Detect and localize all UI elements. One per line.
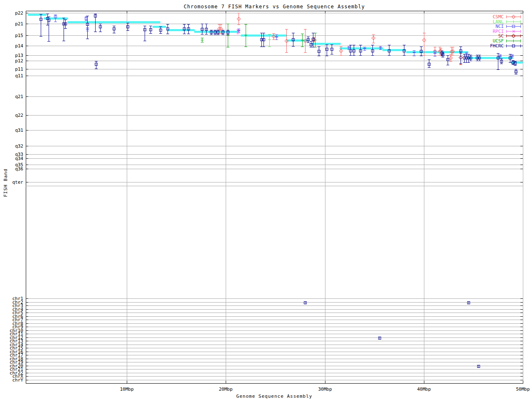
gridline-h [26, 96, 523, 97]
legend-label-fhcrc: FHCRC [470, 44, 504, 48]
gridline-h [26, 366, 523, 366]
y-tick-label: p13 [3, 53, 23, 58]
y-tick-left [26, 380, 28, 380]
error-cap [371, 45, 374, 45]
legend-label-sc: SC [470, 34, 504, 38]
legend-label-nci: NCI [470, 24, 504, 29]
y-tick-right [520, 305, 523, 306]
fhcrc-marker [95, 63, 98, 66]
y-tick-left [26, 146, 28, 146]
y-tick-left [26, 61, 28, 61]
legend-sample-cap [520, 44, 521, 47]
x-tick-bottom [127, 381, 127, 383]
y-tick-left [26, 182, 28, 182]
x-tick-label: 10Mbp [114, 387, 139, 392]
error-cap [227, 34, 229, 35]
ucsf-marker [302, 39, 303, 42]
gridline-h [26, 323, 523, 324]
error-cap [219, 34, 222, 34]
error-cap [275, 34, 278, 35]
error-cap [201, 42, 204, 42]
y-tick-right [520, 115, 523, 116]
x-tick-top [325, 11, 325, 13]
error-cap [210, 30, 213, 30]
y-tick-right [520, 96, 523, 97]
error-cap [352, 45, 355, 45]
fhcrc-marker [477, 365, 480, 368]
error-cap [227, 24, 229, 24]
gridline-h [26, 165, 523, 165]
fhcrc-marker [403, 49, 406, 52]
y-tick-left [26, 337, 28, 338]
error-cap [512, 60, 515, 61]
error-cap [201, 38, 204, 38]
gridline-h [26, 341, 523, 341]
plot-area-border [26, 11, 523, 384]
error-cap [237, 29, 240, 29]
error-cap [268, 47, 271, 47]
y-tick-right [520, 337, 523, 338]
y-tick-label: p14 [3, 44, 23, 48]
y-tick-right [520, 373, 523, 373]
y-tick-left [26, 323, 28, 324]
error-bar [424, 33, 424, 55]
fhcrc-marker [187, 27, 190, 30]
y-tick-right [520, 130, 523, 131]
error-cap [451, 55, 454, 56]
error-cap [272, 39, 275, 40]
y-tick-left [26, 348, 28, 348]
error-cap [515, 74, 517, 74]
error-cap [318, 47, 320, 47]
y-tick-right [520, 352, 523, 352]
y-tick-right [520, 355, 523, 355]
error-cap [312, 47, 315, 47]
x-tick-label: 20Mbp [213, 387, 238, 392]
y-tick-left [26, 13, 28, 13]
fhcrc-marker [217, 31, 219, 34]
error-cap [143, 26, 146, 26]
legend-sample-marker [512, 25, 515, 28]
y-tick-left [26, 130, 28, 131]
error-cap [500, 59, 503, 59]
legend-sample-marker [513, 20, 514, 23]
gridline-h [26, 130, 523, 131]
error-cap [330, 54, 333, 54]
y-tick-label: q21 [3, 94, 23, 99]
nci-marker [275, 37, 278, 37]
error-cap [423, 55, 426, 56]
error-cap [99, 24, 102, 24]
x-tick-label: 30Mbp [313, 387, 337, 392]
y-tick-right [520, 76, 523, 76]
fhcrc-marker [478, 57, 481, 59]
y-tick-right [520, 165, 523, 165]
legend-sample-cap [520, 39, 521, 42]
y-tick-right [520, 298, 523, 299]
fhcrc-marker [292, 38, 295, 41]
error-cap [205, 24, 208, 24]
gridline-h [26, 348, 523, 348]
y-tick-left [26, 24, 28, 24]
fhcrc-marker [94, 15, 97, 17]
y-tick-right [520, 341, 523, 341]
fhcrc-marker [459, 49, 462, 52]
y-tick-label: qter [3, 180, 23, 185]
error-cap [446, 65, 449, 65]
gridline-h [26, 298, 523, 299]
error-cap [509, 54, 512, 54]
error-cap [126, 30, 129, 31]
y-tick-left [26, 320, 28, 320]
legend-sample-cap [506, 30, 507, 33]
error-cap [449, 54, 452, 55]
y-tick-right [520, 376, 523, 377]
fhcrc-marker [99, 25, 102, 28]
error-cap [349, 45, 352, 45]
error-cap [301, 34, 304, 34]
fhcrc-marker [205, 28, 208, 31]
error-cap [438, 47, 441, 47]
gridline-h [26, 334, 523, 334]
error-cap [441, 51, 443, 51]
y-tick-right [520, 380, 523, 380]
y-tick-right [520, 366, 523, 366]
y-tick-right [520, 146, 523, 146]
gridline-h [26, 359, 523, 359]
